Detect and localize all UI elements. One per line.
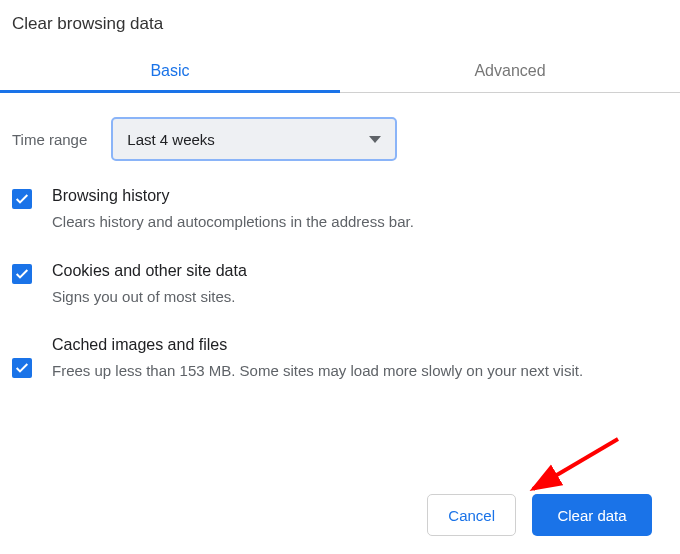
option-desc: Frees up less than 153 MB. Some sites ma… [52, 360, 583, 383]
checkmark-icon [14, 191, 30, 207]
option-label: Browsing history [52, 187, 414, 205]
clear-data-button[interactable]: Clear data [532, 494, 652, 536]
checkbox-cached[interactable] [12, 358, 32, 378]
option-desc: Clears history and autocompletions in th… [52, 211, 414, 234]
option-label: Cookies and other site data [52, 262, 247, 280]
option-text: Cookies and other site data Signs you ou… [52, 262, 247, 309]
option-cached: Cached images and files Frees up less th… [0, 314, 680, 389]
chevron-down-icon [369, 136, 381, 143]
option-browsing-history: Browsing history Clears history and auto… [0, 171, 680, 240]
checkbox-browsing-history[interactable] [12, 189, 32, 209]
time-range-label: Time range [12, 131, 87, 148]
dialog-title: Clear browsing data [0, 8, 680, 52]
option-label: Cached images and files [52, 336, 583, 354]
cancel-button[interactable]: Cancel [427, 494, 516, 536]
time-range-value: Last 4 weeks [127, 131, 215, 148]
option-cookies: Cookies and other site data Signs you ou… [0, 240, 680, 315]
tab-basic[interactable]: Basic [0, 52, 340, 92]
dialog-footer: Cancel Clear data [427, 494, 652, 536]
clear-browsing-data-dialog: Clear browsing data Basic Advanced Time … [0, 0, 680, 389]
tabs: Basic Advanced [0, 52, 680, 93]
time-range-select[interactable]: Last 4 weeks [111, 117, 397, 161]
svg-line-0 [533, 439, 618, 489]
tab-advanced[interactable]: Advanced [340, 52, 680, 92]
checkmark-icon [14, 266, 30, 282]
time-range-row: Time range Last 4 weeks [0, 93, 680, 171]
checkmark-icon [14, 360, 30, 376]
option-desc: Signs you out of most sites. [52, 286, 247, 309]
checkbox-cookies[interactable] [12, 264, 32, 284]
option-text: Cached images and files Frees up less th… [52, 336, 583, 383]
option-text: Browsing history Clears history and auto… [52, 187, 414, 234]
